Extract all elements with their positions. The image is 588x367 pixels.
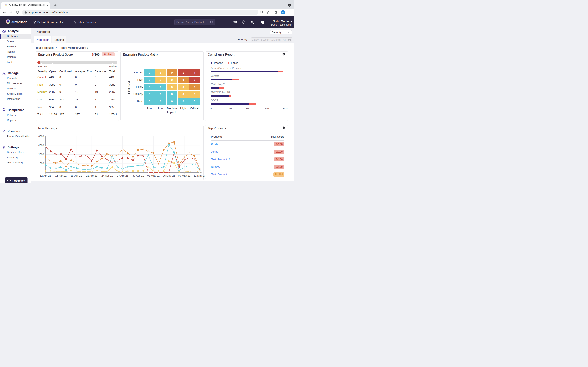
product-link[interactable]: Test_Product <box>211 173 227 176</box>
search-input[interactable]: Search Alerts, Products <box>174 19 215 25</box>
tab-production[interactable]: Production <box>34 36 51 44</box>
matrix-cell-unlikely-info[interactable]: 0 <box>144 91 155 98</box>
sidebar-item-tickets[interactable]: Tickets <box>0 50 31 55</box>
sidebar-item-findings[interactable]: Findings <box>0 44 31 50</box>
armorcode-logo[interactable] <box>5 19 11 26</box>
browser-tab-strip: ArmorCode Inc - Application Se <box>0 0 294 8</box>
browser-tab[interactable]: ArmorCode Inc - Application Se <box>1 2 50 8</box>
new-tab-icon[interactable] <box>53 3 58 8</box>
matrix-cell-unlikely-critical[interactable]: 0 <box>189 91 200 98</box>
sidebar-item-product-visualization[interactable]: Product Visualization <box>0 134 31 139</box>
compliance-bar-armorcode-best-practices[interactable]: ArmorCode Best Practices <box>211 67 286 73</box>
matrix-cell-rare-info[interactable]: 0 <box>144 98 155 105</box>
matrix-cell-certain-high[interactable]: 1 <box>178 69 189 76</box>
sidebar-item-audit-log[interactable]: Audit Log <box>0 155 31 160</box>
sidebar-item-policies[interactable]: Policies <box>0 113 31 118</box>
product-link[interactable]: Jonat <box>211 150 218 153</box>
back-icon[interactable] <box>3 11 6 14</box>
sidebar-header-analyze[interactable]: Analyze <box>0 28 31 34</box>
compliance-bar-cwe-top-25[interactable]: CWE Top 25 <box>211 83 286 89</box>
calendar-icon[interactable] <box>287 38 292 42</box>
filter-all[interactable]: All <box>282 38 287 42</box>
matrix-cell-rare-low[interactable]: 0 <box>155 98 166 105</box>
bookmark-star-icon[interactable] <box>267 11 270 14</box>
sidebar-item-global-settings[interactable]: Global Settings <box>0 160 31 166</box>
matrix-cell-certain-critical[interactable]: 4 <box>189 69 200 76</box>
matrix-cell-likely-critical[interactable]: 0 <box>189 84 200 91</box>
sidebar-header-manage[interactable]: Manage <box>0 70 31 76</box>
filter-1-month[interactable]: 1 Month <box>270 38 282 42</box>
product-link[interactable]: Dummy <box>211 165 220 168</box>
sidebar-item-products[interactable]: Products <box>0 76 31 81</box>
business-unit-dropdown[interactable]: Default Business Unit <box>33 16 69 28</box>
top-products-card: Top Products Products Risk Score ProdX3/… <box>205 125 288 179</box>
extensions-icon[interactable] <box>275 11 278 14</box>
sidebar-section-visualize: VisualizeProduct Visualization <box>0 129 31 139</box>
browser-menu-icon[interactable] <box>288 11 291 14</box>
matrix-cell-unlikely-high[interactable]: 0 <box>178 91 189 98</box>
compliance-bar-soc2[interactable]: SOC2 <box>211 99 286 105</box>
sidebar-item-integrations[interactable]: Integrations <box>0 97 31 102</box>
gear-icon[interactable] <box>282 126 286 130</box>
filter-products-dropdown[interactable]: Filter Products <box>74 16 109 28</box>
sidebar-item-security-tools[interactable]: Security Tools <box>0 92 31 97</box>
compliance-bar-owasp-top-10[interactable]: OWASP Top 10 <box>211 91 286 97</box>
url-bar[interactable]: app.armorcode.com/#/dashboard <box>22 10 259 15</box>
sidebar-item-projects[interactable]: Projects <box>0 86 31 92</box>
matrix-cell-rare-critical[interactable]: 0 <box>189 98 200 105</box>
filter-1-day[interactable]: 1 Day <box>251 38 260 42</box>
sidebar-header-settings[interactable]: Settings <box>0 144 31 150</box>
gear-icon[interactable] <box>282 52 286 56</box>
filter-by-label: Filter by: <box>237 38 248 41</box>
matrix-cell-high-info[interactable]: 0 <box>144 76 155 83</box>
bell-icon[interactable] <box>241 20 246 25</box>
tab-staging[interactable]: Staging <box>52 36 66 44</box>
matrix-cell-high-medium[interactable]: 0 <box>167 76 177 83</box>
matrix-cell-likely-low[interactable]: 0 <box>155 84 166 91</box>
sidebar-item-microservices[interactable]: Microservices <box>0 81 31 86</box>
risk-score-badge: 3/100 <box>274 150 284 154</box>
product-link[interactable]: Test_Product_2 <box>211 158 230 161</box>
sidebar-item-dashboard[interactable]: Dashboard <box>0 34 31 39</box>
info-icon[interactable] <box>260 20 265 25</box>
forward-icon[interactable] <box>9 11 13 14</box>
total-microservices: Total Microservices: 8 <box>61 46 88 50</box>
matrix-cell-unlikely-low[interactable]: 0 <box>155 91 166 98</box>
zoom-out-icon[interactable] <box>260 11 264 14</box>
top-products-table: Products Risk Score ProdX3/100Jonat3/100… <box>211 135 284 178</box>
knowledge-head-icon[interactable] <box>251 20 255 25</box>
matrix-cell-rare-high[interactable]: 0 <box>178 98 189 105</box>
matrix-cell-unlikely-medium[interactable]: 0 <box>167 91 177 98</box>
browser-control-icon[interactable] <box>288 4 291 7</box>
sidebar-header-visualize[interactable]: Visualize <box>0 129 31 134</box>
matrix-cell-rare-medium[interactable]: 0 <box>167 98 177 105</box>
sidebar-item-alerts[interactable]: Alerts <box>0 60 31 65</box>
matrix-cell-likely-medium[interactable]: 0 <box>167 84 177 91</box>
matrix-cell-likely-info[interactable]: 0 <box>144 84 155 91</box>
user-menu[interactable]: Nikhil Gupta Demo : Superadmin <box>271 20 292 26</box>
matrix-cell-certain-medium[interactable]: 0 <box>167 69 177 76</box>
product-link[interactable]: ProdX <box>211 143 219 146</box>
compliance-bar-wasc[interactable]: WASC <box>211 75 286 80</box>
matrix-cell-certain-info[interactable]: 0 <box>144 69 155 76</box>
feedback-button[interactable]: Feedback <box>5 177 28 184</box>
matrix-cell-high-low[interactable]: 0 <box>155 76 166 83</box>
browser-avatar[interactable]: N <box>281 10 285 15</box>
matrix-cell-certain-low[interactable]: 1 <box>155 69 166 76</box>
ticket-icon[interactable] <box>233 20 237 25</box>
severity-header-row: SeverityOpenConfirmedAccepted RiskFalse … <box>36 69 119 73</box>
matrix-cell-likely-high[interactable]: 0 <box>178 84 189 91</box>
sidebar-item-reports[interactable]: Reports <box>0 118 31 123</box>
tab-close-icon[interactable] <box>46 4 49 6</box>
sidebar-item-insights[interactable]: Insights <box>0 55 31 60</box>
score-value: 3/100 <box>92 53 100 56</box>
reload-icon[interactable] <box>16 11 19 14</box>
sidebar-item-business-units[interactable]: Business Units <box>0 150 31 155</box>
matrix-cell-high-critical[interactable]: 0 <box>189 76 200 83</box>
matrix-cell-high-high[interactable]: 0 <box>178 76 189 83</box>
favicon-armorcode <box>5 4 7 6</box>
svg-text:03 May 21: 03 May 21 <box>147 174 160 177</box>
sidebar-header-compliance[interactable]: Compliance <box>0 107 31 113</box>
sidebar-item-scans[interactable]: Scans <box>0 39 31 44</box>
filter-1-week[interactable]: 1 Week <box>260 38 270 42</box>
